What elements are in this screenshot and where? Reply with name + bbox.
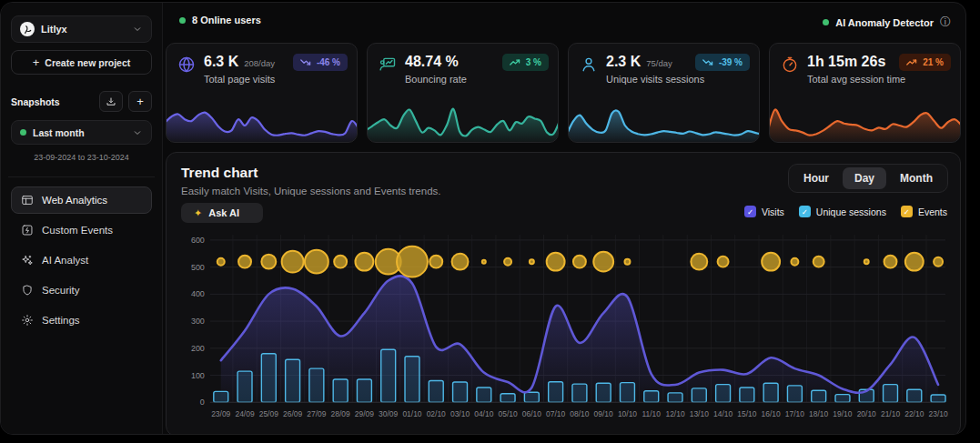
snapshot-date-range: 23-09-2024 to 23-10-2024 (11, 153, 152, 162)
svg-text:13/10: 13/10 (690, 409, 709, 418)
period-hour-button[interactable]: Hour (792, 167, 841, 189)
project-selector[interactable]: Litlyx (11, 15, 152, 43)
sidebar-item-security[interactable]: Security (11, 277, 152, 304)
project-name: Litlyx (41, 24, 126, 35)
svg-text:26/09: 26/09 (283, 409, 302, 418)
svg-text:23/10: 23/10 (928, 409, 947, 418)
svg-text:17/10: 17/10 (785, 409, 804, 418)
stat-value: 48.74 % (405, 54, 459, 70)
svg-text:09/10: 09/10 (594, 409, 613, 418)
svg-text:20/10: 20/10 (857, 409, 876, 418)
stat-card-page-visits: 6.3 K 208/day Total page visits -46 % (166, 43, 358, 143)
trend-down-icon (300, 58, 312, 66)
gear-icon (20, 314, 34, 327)
online-users: 8 Online users (179, 15, 261, 25)
shield-icon (20, 284, 34, 297)
stat-per-day: 75/day (646, 58, 672, 68)
svg-text:28/09: 28/09 (331, 409, 350, 418)
legend-item-unique-sessions[interactable]: ✓ Unique sessions (799, 206, 886, 217)
period-selector: Hour Day Month (788, 164, 948, 193)
download-icon (106, 96, 116, 107)
svg-text:27/09: 27/09 (307, 409, 326, 418)
svg-text:23/09: 23/09 (211, 409, 230, 418)
chevron-down-icon (132, 127, 143, 138)
create-project-label: Create new project (45, 57, 130, 68)
stat-title: Total page visits (204, 74, 285, 85)
stat-per-day: 208/day (244, 58, 275, 68)
stat-title: Unique visits sessions (606, 74, 687, 85)
svg-text:02/10: 02/10 (427, 409, 446, 418)
person-icon (580, 55, 598, 74)
legend-item-visits[interactable]: ✓ Visits (744, 206, 784, 217)
sidebar-item-settings[interactable]: Settings (11, 307, 152, 334)
sparkles-icon (20, 254, 34, 267)
svg-text:12/10: 12/10 (665, 409, 684, 418)
add-snapshot-button[interactable]: + (128, 91, 152, 112)
ai-anomaly-detector: AI Anomaly Detector ⓘ (823, 15, 951, 30)
checkbox-checked-icon[interactable]: ✓ (799, 206, 811, 217)
period-month-button[interactable]: Month (888, 167, 945, 189)
browser-icon (20, 194, 34, 207)
svg-text:01/10: 01/10 (402, 409, 421, 418)
checkbox-checked-icon[interactable]: ✓ (901, 206, 913, 217)
panel-subtitle: Easily match Visits, Unique sessions and… (181, 186, 441, 196)
sparkline-chart (568, 100, 760, 143)
trend-up-icon (906, 58, 918, 66)
sidebar-item-custom-events[interactable]: Custom Events (11, 216, 152, 244)
ask-ai-button[interactable]: ✦ Ask AI (181, 203, 263, 223)
trend-badge: 21 % (899, 54, 951, 71)
svg-text:100: 100 (191, 371, 205, 380)
chevron-down-icon (132, 24, 143, 35)
snapshot-selector[interactable]: Last month (11, 120, 152, 145)
trend-badge: -39 % (695, 54, 750, 71)
svg-text:29/09: 29/09 (355, 409, 374, 418)
stat-card-unique-sessions: 2.3 K 75/day Unique visits sessions -39 … (568, 43, 760, 143)
anomaly-label: AI Anomaly Detector (835, 17, 934, 28)
trend-badge: -46 % (293, 54, 348, 71)
sidebar-item-label: Settings (42, 315, 80, 326)
period-day-button[interactable]: Day (843, 167, 886, 189)
app-window: Litlyx + Create new project Snapshots + … (0, 2, 966, 435)
create-project-button[interactable]: + Create new project (11, 50, 152, 75)
sidebar-item-label: Security (42, 285, 80, 296)
stat-title: Bouncing rate (405, 74, 494, 85)
export-snapshot-button[interactable] (99, 91, 123, 112)
svg-text:04/10: 04/10 (474, 409, 493, 418)
svg-text:22/10: 22/10 (904, 409, 924, 418)
snapshot-selected-label: Last month (33, 127, 126, 138)
info-icon[interactable]: ⓘ (940, 15, 951, 30)
svg-text:21/10: 21/10 (881, 409, 900, 418)
stat-value: 1h 15m 26s (807, 54, 885, 70)
stat-cards-row: 6.3 K 208/day Total page visits -46 % (166, 43, 961, 143)
trend-chart-panel: Trend chart Easily match Visits, Unique … (166, 152, 961, 435)
sparkline-chart (166, 100, 358, 143)
sidebar-item-ai-analyst[interactable]: AI Analyst (11, 247, 152, 274)
sparkline-chart (367, 100, 559, 143)
svg-text:14/10: 14/10 (713, 409, 732, 418)
sidebar-item-label: Web Analytics (42, 195, 107, 206)
chart-legend: ✓ Visits ✓ Unique sessions ✓ Events (744, 206, 947, 217)
svg-text:06/10: 06/10 (522, 409, 541, 418)
plus-icon: + (136, 96, 144, 107)
sidebar-item-label: AI Analyst (42, 255, 88, 266)
svg-text:15/10: 15/10 (737, 409, 756, 418)
trend-chart[interactable]: 23/0924/0925/0926/0927/0928/0929/0930/09… (174, 229, 953, 432)
sidebar-nav: Web Analytics Custom Events AI Analyst S… (11, 186, 152, 334)
snapshots-label: Snapshots (11, 96, 94, 107)
divider (8, 176, 155, 177)
stat-card-session-time: 1h 15m 26s Total avg session time 21 % (769, 43, 961, 143)
svg-text:25/09: 25/09 (259, 409, 278, 418)
svg-text:03/10: 03/10 (450, 409, 470, 418)
svg-text:200: 200 (191, 344, 205, 353)
stat-card-bouncing-rate: 48.74 % Bouncing rate 3 % (367, 43, 559, 143)
svg-text:05/10: 05/10 (498, 409, 517, 418)
timer-icon (781, 55, 799, 74)
legend-item-events[interactable]: ✓ Events (901, 206, 947, 217)
checkbox-checked-icon[interactable]: ✓ (744, 206, 756, 217)
svg-text:11/10: 11/10 (642, 409, 661, 418)
sparkline-chart (769, 100, 961, 143)
plus-icon: + (33, 56, 40, 68)
sidebar-item-web-analytics[interactable]: Web Analytics (11, 186, 152, 214)
svg-text:0: 0 (200, 398, 205, 407)
online-users-label: 8 Online users (192, 15, 261, 25)
